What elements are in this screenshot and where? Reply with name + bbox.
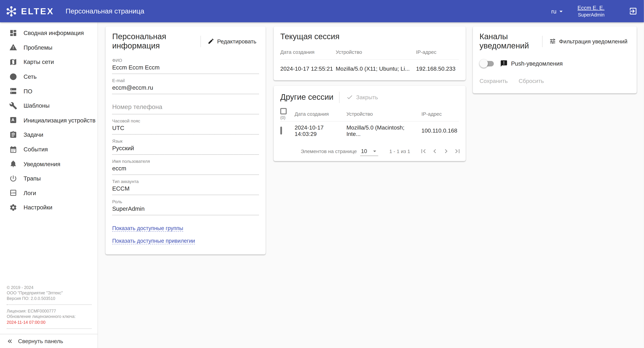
field-email: E-mail eccm@eccm.ru bbox=[112, 78, 259, 94]
user-name-link[interactable]: Eccm E. E. bbox=[578, 4, 604, 12]
pencil-icon bbox=[208, 38, 214, 45]
network-map-icon bbox=[9, 58, 18, 67]
toggle-thumb bbox=[480, 59, 488, 68]
user-menu[interactable]: Eccm E. E. SuperAdmin bbox=[578, 4, 604, 18]
traps-icon bbox=[9, 174, 18, 183]
logo-text: ELTEX bbox=[21, 6, 54, 16]
sidebar-item-problems[interactable]: Проблемы bbox=[0, 40, 98, 55]
license-update-date: 2024-11-14 07:00:00 bbox=[7, 319, 92, 325]
dashboard-icon bbox=[9, 29, 18, 37]
divider bbox=[7, 304, 92, 305]
sidebar-item-templates[interactable]: Шаблоны bbox=[0, 98, 98, 113]
first-page-icon bbox=[420, 147, 428, 155]
language-selector[interactable]: ru bbox=[551, 8, 565, 15]
channels-actions: Сохранить Сбросить bbox=[473, 72, 637, 94]
device-init-icon bbox=[9, 116, 18, 125]
eltex-logo-icon bbox=[5, 5, 18, 18]
push-toggle-row: Push-уведомления bbox=[473, 54, 637, 72]
items-per-page-select[interactable]: 10 bbox=[360, 147, 378, 156]
sidebar-item-tasks[interactable]: Задачи bbox=[0, 128, 98, 142]
field-account-type: Тип аккаунта ECCM bbox=[112, 179, 259, 195]
field-fio: ФИО Eccm Eccm Eccm bbox=[112, 58, 259, 74]
other-sessions-table: (0) Дата создания Устройство IP-адрес 20… bbox=[274, 107, 466, 142]
sidebar-footer: © 2019 - 2024 ООО "Предприятие "Элтекс" … bbox=[0, 284, 98, 334]
field-phone: Номер телефона bbox=[112, 98, 259, 115]
field-timezone: Часовой пояс UTC bbox=[112, 118, 259, 135]
close-sessions-button[interactable]: Закрыть bbox=[344, 91, 380, 103]
pagination: Элементов на странице 10 1 - 1 из 1 bbox=[274, 142, 466, 161]
sidebar-item-traps[interactable]: Трапы bbox=[0, 171, 98, 186]
selected-count: (0) bbox=[280, 115, 286, 120]
sidebar-item-logs[interactable]: LOG Логи bbox=[0, 186, 98, 200]
last-page-icon bbox=[454, 147, 462, 155]
main-content: Персональная информация Редактировать ФИ… bbox=[98, 22, 644, 348]
calendar-icon bbox=[9, 145, 18, 154]
divider bbox=[200, 36, 201, 47]
license-update-label: Обновление лицензионного ключа: bbox=[7, 313, 92, 319]
logs-icon: LOG bbox=[9, 189, 18, 197]
check-icon bbox=[346, 94, 353, 101]
sidebar-item-network[interactable]: Сеть bbox=[0, 69, 98, 84]
last-page-button[interactable] bbox=[452, 146, 463, 157]
sidebar-item-software[interactable]: ПО bbox=[0, 84, 98, 98]
sessions-column: Текущая сессия Дата создания Устройство … bbox=[274, 27, 466, 161]
settings-icon bbox=[9, 203, 18, 212]
personal-info-card: Персональная информация Редактировать ФИ… bbox=[106, 27, 266, 254]
software-icon bbox=[9, 87, 18, 96]
sidebar-item-network-maps[interactable]: Карты сети bbox=[0, 55, 98, 69]
first-page-button[interactable] bbox=[418, 146, 429, 157]
app-root: ELTEX Персональная страница ru Eccm E. E… bbox=[0, 0, 644, 348]
logout-icon bbox=[629, 7, 638, 16]
reset-button[interactable]: Сбросить bbox=[516, 75, 546, 87]
push-toggle[interactable] bbox=[480, 59, 495, 68]
bell-icon bbox=[9, 159, 18, 168]
row-checkbox[interactable] bbox=[280, 127, 282, 135]
sidebar-item-settings[interactable]: Настройки bbox=[0, 200, 98, 215]
problems-icon bbox=[9, 43, 18, 52]
push-notifications-icon bbox=[500, 60, 508, 67]
double-chevron-left-icon bbox=[6, 337, 14, 345]
notification-filter-button[interactable]: Фильтрация уведомлений bbox=[547, 35, 630, 47]
select-all-checkbox[interactable] bbox=[280, 108, 287, 115]
app-header: ELTEX Персональная страница ru Eccm E. E… bbox=[0, 0, 644, 22]
svg-text:LOG: LOG bbox=[11, 192, 16, 194]
chevron-down-icon bbox=[557, 8, 565, 15]
save-button[interactable]: Сохранить bbox=[477, 75, 510, 87]
chevron-right-icon bbox=[442, 147, 450, 155]
field-language: Язык Русский bbox=[112, 138, 259, 155]
divider bbox=[340, 92, 340, 103]
license: Лицензия: ECMF0000777 bbox=[7, 308, 92, 313]
globe-icon bbox=[9, 72, 18, 81]
wrench-icon bbox=[9, 101, 18, 110]
divider bbox=[7, 328, 92, 329]
sidebar-nav: Сводная информация Проблемы Карты сети С… bbox=[0, 22, 98, 215]
sidebar: Сводная информация Проблемы Карты сети С… bbox=[0, 22, 98, 348]
page-range: 1 - 1 из 1 bbox=[389, 148, 410, 154]
divider bbox=[542, 36, 543, 47]
other-sessions-title: Другие сессии bbox=[280, 93, 334, 102]
logout-button[interactable] bbox=[625, 3, 642, 20]
sidebar-item-summary[interactable]: Сводная информация bbox=[0, 26, 98, 40]
show-groups-link[interactable]: Показать доступные группы bbox=[112, 225, 183, 232]
sidebar-item-notifications[interactable]: Уведомления bbox=[0, 157, 98, 171]
chevron-down-icon bbox=[371, 147, 378, 155]
company: ООО "Предприятие "Элтекс" bbox=[7, 290, 92, 295]
prev-page-button[interactable] bbox=[429, 146, 440, 157]
copyright: © 2019 - 2024 bbox=[7, 284, 92, 290]
table-header: (0) Дата создания Устройство IP-адрес bbox=[280, 107, 459, 121]
collapse-panel-label: Свернуть панель bbox=[18, 338, 63, 344]
page-title: Персональная страница bbox=[66, 7, 144, 15]
push-toggle-label: Push-уведомления bbox=[511, 60, 563, 67]
sidebar-item-device-init[interactable]: Инициализация устройств bbox=[0, 113, 98, 127]
notification-channels-title: Каналы уведомлений bbox=[480, 32, 536, 51]
next-page-button[interactable] bbox=[440, 146, 452, 157]
table-row: 2024-10-17 14:03:29 Mozilla/5.0 (Macinto… bbox=[280, 121, 459, 140]
show-privileges-link[interactable]: Показать доступные привилегии bbox=[112, 238, 195, 244]
language-value: ru bbox=[551, 8, 556, 15]
collapse-panel-button[interactable]: Свернуть панель bbox=[0, 334, 98, 348]
tune-icon bbox=[549, 38, 556, 45]
other-sessions-card: Другие сессии Закрыть (0) Дата создания bbox=[274, 86, 466, 161]
items-per-page-label: Элементов на странице bbox=[301, 148, 357, 154]
edit-button[interactable]: Редактировать bbox=[205, 35, 259, 47]
sidebar-item-events[interactable]: События bbox=[0, 142, 98, 156]
